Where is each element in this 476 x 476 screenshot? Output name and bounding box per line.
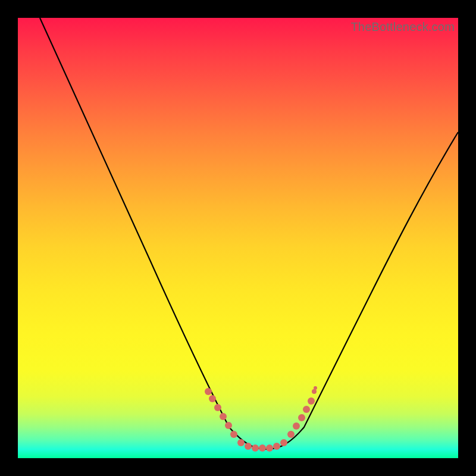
curve-svg xyxy=(18,18,458,458)
highlight-dots xyxy=(205,386,317,452)
svg-point-16 xyxy=(303,406,310,413)
svg-point-13 xyxy=(287,431,295,438)
svg-point-7 xyxy=(245,443,252,450)
chart-frame: TheBottleneck.com xyxy=(0,0,476,476)
svg-point-17 xyxy=(308,397,315,405)
svg-point-6 xyxy=(237,439,245,446)
bottleneck-curve xyxy=(40,18,458,449)
svg-point-2 xyxy=(214,404,221,411)
svg-point-12 xyxy=(280,439,287,446)
svg-point-3 xyxy=(220,413,227,420)
svg-point-8 xyxy=(252,444,259,452)
svg-point-5 xyxy=(230,431,237,438)
svg-point-11 xyxy=(273,443,280,450)
svg-point-14 xyxy=(293,422,300,430)
plot-area: TheBottleneck.com xyxy=(18,18,458,458)
svg-point-19 xyxy=(314,386,317,390)
watermark-text: TheBottleneck.com xyxy=(350,20,455,34)
svg-point-0 xyxy=(205,388,212,395)
svg-point-1 xyxy=(209,395,216,402)
svg-point-4 xyxy=(225,422,232,429)
svg-point-9 xyxy=(259,444,266,452)
svg-point-15 xyxy=(298,414,305,421)
svg-point-10 xyxy=(266,444,273,452)
svg-point-18 xyxy=(312,389,317,394)
